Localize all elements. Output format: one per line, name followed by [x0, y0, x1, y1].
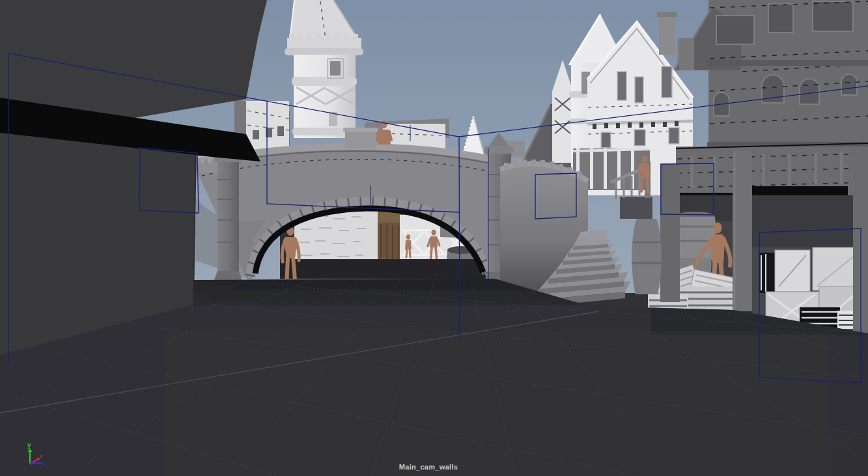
viewport-3d[interactable]: y x z Main_cam_walls [0, 0, 868, 476]
camera-label: Main_cam_walls [399, 463, 458, 471]
axis-x-label: x [40, 454, 42, 458]
axis-y-label: y [27, 441, 31, 449]
axis-z-label: z [43, 462, 46, 466]
